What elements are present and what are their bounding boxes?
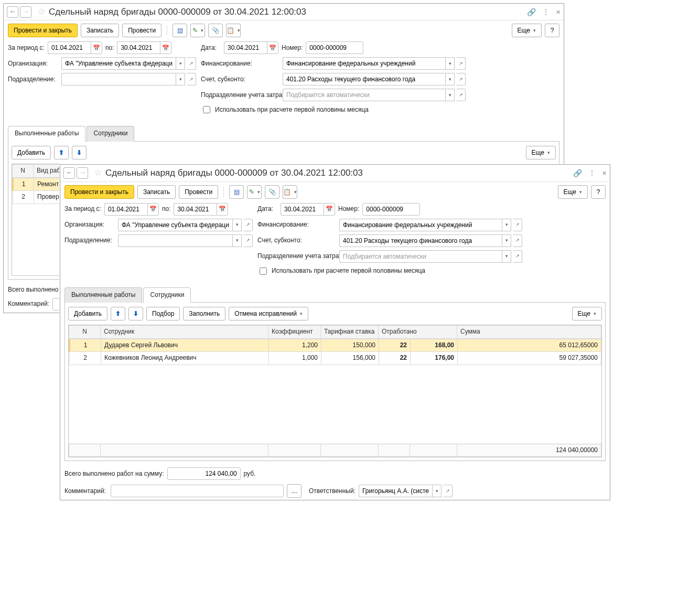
open-ref-icon[interactable]: ↗ — [513, 234, 522, 247]
period-to-input[interactable] — [174, 203, 217, 216]
open-ref-icon[interactable]: ↗ — [456, 89, 466, 101]
calendar-icon[interactable]: 📅 — [267, 41, 278, 54]
more-button[interactable]: Еще▾ — [512, 24, 542, 37]
table-row[interactable]: 1 Дударев Сергей Львович 1,200 150,000 2… — [70, 339, 601, 352]
dropdown-icon[interactable]: ▾ — [502, 250, 511, 263]
col-rate[interactable]: Тарифная ставка — [321, 326, 379, 339]
favorite-icon[interactable]: ☆ — [37, 6, 46, 18]
kebab-icon[interactable]: ⋮ — [588, 168, 596, 178]
post-button[interactable]: Провести — [179, 185, 218, 199]
favorite-icon[interactable]: ☆ — [94, 167, 102, 179]
open-ref-icon[interactable]: ↗ — [187, 57, 196, 70]
number-input[interactable] — [306, 41, 363, 54]
col-sum[interactable]: Сумма — [457, 326, 601, 339]
dropdown-icon[interactable]: ▾ — [232, 234, 242, 247]
dropdown-icon[interactable]: ▾ — [502, 219, 511, 231]
move-up-button[interactable]: ⬆ — [54, 146, 69, 159]
tab-employees[interactable]: Сотрудники — [143, 287, 191, 303]
more-button[interactable]: Еще▾ — [558, 185, 588, 199]
open-ref-icon[interactable]: ↗ — [187, 73, 196, 85]
edit-icon-button[interactable]: ✎▾ — [190, 24, 205, 37]
move-down-button[interactable]: ⬇ — [128, 307, 143, 320]
first-half-checkbox[interactable] — [260, 267, 267, 275]
calendar-icon[interactable]: 📅 — [91, 41, 102, 54]
post-and-close-button[interactable]: Провести и закрыть — [8, 24, 78, 37]
calendar-icon[interactable]: 📅 — [147, 203, 159, 216]
financing-input[interactable] — [339, 219, 502, 231]
col-coef[interactable]: Коэффициент — [268, 326, 321, 339]
calendar-icon[interactable]: 📅 — [217, 203, 228, 216]
dropdown-icon[interactable]: ▾ — [445, 73, 455, 85]
account-input[interactable] — [339, 234, 502, 247]
post-button[interactable]: Провести — [122, 24, 161, 37]
add-button[interactable]: Добавить — [12, 146, 51, 159]
col-worked[interactable]: Отработано — [379, 326, 457, 339]
move-up-button[interactable]: ⬆ — [111, 307, 125, 320]
open-ref-icon[interactable]: ↗ — [443, 485, 453, 497]
move-down-button[interactable]: ⬇ — [72, 146, 87, 159]
doc-icon-button[interactable]: ▤ — [229, 185, 244, 199]
paste-icon-button[interactable]: 📋▾ — [283, 185, 297, 199]
period-from-input[interactable] — [104, 203, 147, 216]
cancel-fix-button[interactable]: Отмена исправлений▾ — [229, 307, 308, 320]
calendar-icon[interactable]: 📅 — [160, 41, 171, 54]
save-button[interactable]: Записать — [81, 24, 119, 37]
comment-input[interactable] — [111, 485, 284, 497]
nav-back-button[interactable]: ← — [7, 6, 18, 18]
col-n[interactable]: N — [69, 326, 101, 339]
cost-dept-input[interactable] — [283, 89, 445, 101]
dropdown-icon[interactable]: ▾ — [502, 234, 511, 247]
dropdown-icon[interactable]: ▾ — [176, 57, 185, 70]
open-ref-icon[interactable]: ↗ — [513, 250, 522, 263]
nav-forward-button[interactable]: → — [20, 6, 31, 18]
open-ref-icon[interactable]: ↗ — [243, 219, 253, 231]
add-button[interactable]: Добавить — [68, 307, 107, 320]
dropdown-icon[interactable]: ▾ — [445, 89, 455, 101]
calendar-icon[interactable]: 📅 — [324, 203, 335, 216]
dropdown-icon[interactable]: ▾ — [232, 219, 242, 231]
account-input[interactable] — [283, 73, 445, 85]
tab-employees[interactable]: Сотрудники — [87, 126, 134, 142]
col-n[interactable]: N — [13, 164, 34, 177]
date-input[interactable] — [224, 41, 267, 54]
help-button[interactable]: ? — [545, 24, 559, 37]
dropdown-icon[interactable]: ▾ — [176, 73, 185, 85]
pick-button[interactable]: Подбор — [146, 307, 180, 320]
kebab-icon[interactable]: ⋮ — [542, 7, 550, 17]
financing-input[interactable] — [283, 57, 445, 70]
post-and-close-button[interactable]: Провести и закрыть — [64, 185, 134, 199]
open-ref-icon[interactable]: ↗ — [456, 73, 466, 85]
fill-button[interactable]: Заполнить — [183, 307, 225, 320]
number-input[interactable] — [362, 203, 420, 216]
close-icon[interactable]: × — [602, 168, 607, 178]
help-button[interactable]: ? — [591, 185, 606, 199]
nav-forward-button[interactable]: → — [77, 167, 88, 179]
open-ref-icon[interactable]: ↗ — [513, 219, 522, 231]
org-input[interactable] — [118, 219, 232, 231]
col-employee[interactable]: Сотрудник — [101, 326, 268, 339]
comment-input[interactable] — [52, 298, 60, 311]
close-icon[interactable]: × — [556, 7, 561, 17]
dept-input[interactable] — [118, 234, 232, 247]
tab-works[interactable]: Выполненные работы — [64, 287, 142, 303]
dropdown-icon[interactable]: ▾ — [432, 485, 441, 497]
table-row[interactable]: 2 Кожевников Леонид Андреевич 1,000 156,… — [70, 352, 601, 365]
period-to-input[interactable] — [117, 41, 160, 54]
responsible-input[interactable] — [359, 485, 432, 497]
comment-ellipsis-button[interactable]: … — [287, 484, 301, 498]
table-more-button[interactable]: Еще▾ — [572, 307, 602, 320]
dept-input[interactable] — [61, 73, 176, 85]
link-icon[interactable]: 🔗 — [573, 168, 582, 178]
save-button[interactable]: Записать — [137, 185, 176, 199]
table-more-button[interactable]: Еще▾ — [526, 146, 556, 159]
period-from-input[interactable] — [48, 41, 91, 54]
dropdown-icon[interactable]: ▾ — [445, 57, 455, 70]
cost-dept-input[interactable] — [339, 250, 502, 263]
attach-icon-button[interactable]: 📎 — [265, 185, 279, 199]
edit-icon-button[interactable]: ✎▾ — [247, 185, 262, 199]
link-icon[interactable]: 🔗 — [527, 7, 536, 17]
doc-icon-button[interactable]: ▤ — [173, 24, 187, 37]
nav-back-button[interactable]: ← — [63, 167, 75, 179]
open-ref-icon[interactable]: ↗ — [456, 57, 466, 70]
tab-works[interactable]: Выполненные работы — [8, 126, 85, 142]
